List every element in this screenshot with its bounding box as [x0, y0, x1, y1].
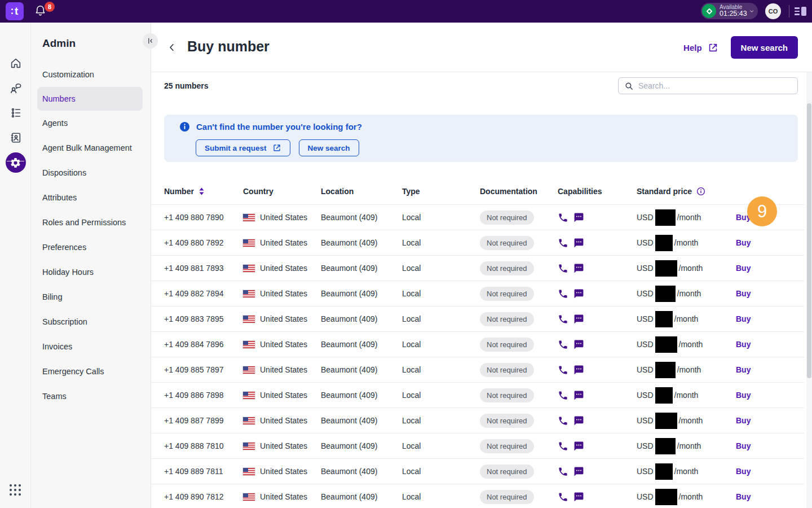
buy-link[interactable]: Buy	[736, 289, 751, 298]
rail-item-home[interactable]	[0, 51, 31, 76]
phone-icon	[558, 390, 568, 401]
buy-link[interactable]: Buy	[736, 441, 751, 450]
phone-icon	[558, 466, 568, 477]
sidebar-item[interactable]: Subscription	[31, 309, 151, 334]
submit-request-button[interactable]: Submit a request	[196, 139, 290, 156]
phone-number: +1 409 887 7899	[164, 416, 243, 425]
redacted-price	[655, 311, 673, 327]
scrollbar-thumb[interactable]	[807, 103, 811, 378]
location: Beaumont (409)	[321, 441, 402, 450]
redacted-price	[655, 286, 676, 302]
collapse-sidebar-button[interactable]	[143, 33, 158, 49]
new-search-button[interactable]: New search	[731, 36, 798, 59]
country-name: United States	[260, 492, 307, 501]
location: Beaumont (409)	[321, 314, 402, 323]
table-row: +1 409 887 7899 United States Beaumont (…	[151, 408, 804, 433]
col-standard-price: Standard price	[637, 187, 692, 196]
documentation-badge: Not required	[480, 261, 534, 275]
user-avatar[interactable]: CO	[765, 3, 781, 19]
sms-icon	[573, 314, 584, 325]
phone-icon	[558, 314, 568, 325]
info-icon[interactable]	[696, 187, 705, 196]
buy-link[interactable]: Buy	[736, 264, 751, 273]
sidebar-item[interactable]: Agent Bulk Management	[31, 135, 151, 160]
sort-icon[interactable]	[198, 187, 205, 195]
admin-sidebar: Admin Customization Numbers Agents Agent…	[31, 23, 151, 508]
rail-item-contacts[interactable]	[0, 125, 31, 150]
table-row: +1 409 884 7896 United States Beaumont (…	[151, 331, 804, 357]
active-rail-circle	[6, 152, 26, 173]
sms-icon	[573, 238, 584, 248]
buy-link[interactable]: Buy	[736, 340, 751, 349]
rail-item-admin[interactable]	[0, 150, 31, 175]
gear-icon	[10, 157, 21, 169]
buy-number-page: t 8 Available 01:25:43 CO	[0, 0, 812, 508]
help-link[interactable]: Help	[683, 42, 718, 53]
sidebar-item[interactable]: Numbers	[37, 87, 143, 111]
external-link-icon	[272, 143, 281, 152]
sidebar-item[interactable]: Agents	[31, 111, 151, 135]
us-flag-icon	[243, 493, 255, 501]
phone-number: +1 409 882 7894	[164, 289, 243, 298]
buy-link[interactable]: Buy	[736, 467, 751, 476]
notifications-button[interactable]: 8	[34, 4, 56, 20]
country-name: United States	[260, 213, 307, 222]
table-row: +1 409 880 7890 United States Beaumont (…	[151, 204, 804, 230]
info-banner: Can't find the number you're looking for…	[164, 115, 798, 162]
location: Beaumont (409)	[321, 340, 402, 349]
price-currency: USD	[637, 314, 654, 323]
price-period: /month	[679, 340, 703, 349]
panel-layout-icon[interactable]	[795, 6, 808, 17]
buy-link[interactable]: Buy	[736, 238, 751, 247]
agent-status-selector[interactable]: Available 01:25:43	[701, 3, 758, 19]
apps-grid-icon[interactable]	[10, 484, 21, 496]
price-currency: USD	[637, 391, 654, 400]
sidebar-item[interactable]: Preferences	[31, 235, 151, 260]
phone-icon	[558, 238, 568, 248]
phone-number: +1 409 890 7812	[164, 492, 243, 501]
country-name: United States	[260, 441, 307, 450]
price-period: /month	[679, 264, 703, 273]
buy-link[interactable]: Buy	[736, 492, 751, 501]
price-currency: USD	[637, 467, 654, 476]
buy-link[interactable]: Buy	[736, 416, 751, 425]
phone-icon	[558, 415, 568, 426]
sidebar-item[interactable]: Dispositions	[31, 160, 151, 185]
search-box	[618, 77, 798, 94]
phone-number: +1 409 885 7897	[164, 365, 243, 374]
number-type: Local	[402, 416, 480, 425]
banner-new-search-button[interactable]: New search	[299, 139, 359, 156]
buy-link[interactable]: Buy	[736, 314, 751, 323]
price-currency: USD	[637, 213, 654, 222]
sidebar-item[interactable]: Biling	[31, 284, 151, 309]
buy-link[interactable]: Buy	[736, 365, 751, 374]
results-toolbar: 25 numbers	[151, 72, 812, 99]
redacted-price	[655, 336, 677, 353]
buy-link[interactable]: Buy	[736, 391, 751, 400]
sidebar-item[interactable]: Teams	[31, 384, 151, 409]
us-flag-icon	[243, 214, 255, 221]
us-flag-icon	[243, 417, 255, 424]
talkdesk-logo[interactable]: t	[6, 2, 24, 20]
sidebar-item[interactable]: Customization	[31, 62, 151, 87]
sms-icon	[573, 339, 584, 350]
rail-item-flows[interactable]	[0, 100, 31, 125]
back-button[interactable]	[167, 42, 177, 52]
sms-icon	[573, 212, 584, 223]
us-flag-icon	[243, 443, 255, 450]
search-input[interactable]	[638, 81, 792, 90]
price-currency: USD	[637, 289, 654, 298]
home-icon	[10, 57, 22, 69]
rail-item-agent-assist[interactable]	[0, 76, 31, 100]
sidebar-item[interactable]: Attributes	[31, 185, 151, 210]
phone-number: +1 409 883 7895	[164, 314, 243, 323]
sidebar-item[interactable]: Holiday Hours	[31, 260, 151, 284]
country-name: United States	[260, 391, 307, 400]
table-row: +1 409 881 7893 United States Beaumont (…	[151, 255, 804, 281]
location: Beaumont (409)	[321, 213, 402, 222]
sidebar-item[interactable]: Roles and Permissions	[31, 210, 151, 235]
phone-number: +1 409 880 7890	[164, 213, 243, 222]
sidebar-item[interactable]: Invoices	[31, 334, 151, 359]
country-name: United States	[260, 314, 307, 323]
sidebar-item[interactable]: Emergency Calls	[31, 359, 151, 384]
